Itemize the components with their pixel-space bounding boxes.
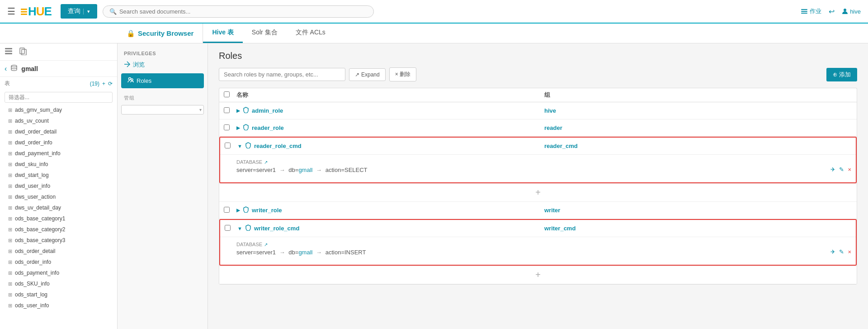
role-name-col: ▶ reader_role <box>236 124 544 132</box>
send-action-icon[interactable]: ✈ <box>830 166 835 173</box>
table-name: dws_uv_detail_day <box>15 205 61 211</box>
role-name[interactable]: admin_role <box>252 107 283 114</box>
table-icon: ⊞ <box>8 151 12 157</box>
table-name: ods_payment_info <box>15 270 59 276</box>
list-item[interactable]: ⊞ods_SKU_info <box>0 278 117 289</box>
rule-db-link[interactable]: gmall <box>298 249 312 256</box>
list-item[interactable]: ⊞dwd_payment_info <box>0 148 117 159</box>
search-input[interactable] <box>119 8 367 15</box>
row-check <box>224 107 236 114</box>
db-name[interactable]: gmall <box>21 65 38 72</box>
browse-item[interactable]: 浏览 <box>118 58 208 72</box>
roles-search-input[interactable] <box>219 68 345 81</box>
delete-action-icon[interactable]: × <box>848 166 851 173</box>
user-menu[interactable]: hive <box>842 8 861 15</box>
sidebar-stack-icon[interactable] <box>5 47 13 57</box>
db-label-text: DATABASE <box>236 242 262 247</box>
send-action-icon[interactable]: ✈ <box>830 248 835 255</box>
add-privilege-button-2[interactable]: + <box>535 270 541 280</box>
filter-input[interactable] <box>5 92 113 103</box>
tab-hive[interactable]: Hive 表 <box>203 24 242 43</box>
chevron-left-icon[interactable]: ‹ <box>5 65 7 73</box>
sidebar-pages-icon[interactable] <box>19 47 27 57</box>
history-icon[interactable]: ↩ <box>829 7 835 16</box>
rule-db-link[interactable]: gmall <box>298 167 312 173</box>
group-link[interactable]: reader_cmd <box>544 143 578 149</box>
sidebar-top-icons <box>0 43 117 61</box>
list-item[interactable]: ⊞ads_gmv_sum_day <box>0 105 117 115</box>
group-link[interactable]: writer_cmd <box>544 225 576 232</box>
table-icon: ⊞ <box>8 248 12 254</box>
external-link-icon[interactable]: ↗ <box>264 242 268 247</box>
list-item[interactable]: ⊞ods_payment_info <box>0 267 117 278</box>
group-dropdown[interactable]: ▾ <box>121 105 204 114</box>
list-item[interactable]: ⊞dwd_sku_info <box>0 159 117 170</box>
table-name: ods_user_info <box>15 302 49 309</box>
list-item[interactable]: ⊞ods_order_detail <box>0 246 117 257</box>
row-checkbox[interactable] <box>225 143 231 148</box>
group-link[interactable]: reader <box>544 124 562 131</box>
row-checkbox[interactable] <box>225 225 231 231</box>
logo[interactable]: HUE <box>21 4 52 19</box>
role-name[interactable]: reader_role <box>252 124 284 131</box>
role-name[interactable]: reader_role_cmd <box>254 143 302 149</box>
list-item[interactable]: ⊞ods_order_info <box>0 257 117 267</box>
tab-acl[interactable]: 文件 ACLs <box>287 24 335 43</box>
delete-action-icon[interactable]: × <box>848 248 851 255</box>
sidebar-left: ‹ gmall 表 (19) + ⟳ ⊞ads_gmv_sum_day ⊞ads… <box>0 43 118 329</box>
group-link[interactable]: writer <box>544 207 560 214</box>
list-item[interactable]: ⊞ods_start_log <box>0 289 117 300</box>
edit-action-icon[interactable]: ✎ <box>839 248 844 255</box>
rule-server: server=server1 <box>236 167 276 173</box>
svg-rect-10 <box>20 48 24 54</box>
list-item[interactable]: ⊞ads_uv_count <box>0 115 117 126</box>
expanded-role-body: DATABASE ↗ server=server1 → db=gmall → a… <box>220 237 856 261</box>
chevron-down-icon[interactable]: ▼ <box>237 143 242 149</box>
play-icon[interactable]: ▶ <box>236 208 240 213</box>
refresh-icon[interactable]: ⟳ <box>108 81 113 87</box>
list-item[interactable]: ⊞dws_user_action <box>0 191 117 202</box>
group-link[interactable]: hive <box>544 107 556 114</box>
tab-acl-label: 文件 ACLs <box>296 29 326 37</box>
hamburger-icon[interactable]: ☰ <box>7 6 15 17</box>
roles-item[interactable]: Roles <box>121 73 204 88</box>
edit-action-icon[interactable]: ✎ <box>839 166 844 173</box>
add-table-icon[interactable]: + <box>102 81 105 87</box>
list-item[interactable]: ⊞dwd_start_log <box>0 170 117 181</box>
table-actions: (19) + ⟳ <box>90 81 113 87</box>
tab-hive-label: Hive 表 <box>212 29 233 37</box>
table-name: ads_uv_count <box>15 118 49 124</box>
db-selector[interactable]: ‹ gmall <box>0 61 117 77</box>
role-name[interactable]: writer_role <box>252 207 282 214</box>
query-button[interactable]: 查询 ▾ <box>61 4 97 19</box>
play-icon[interactable]: ▶ <box>236 108 240 113</box>
role-name[interactable]: writer_role_cmd <box>254 225 299 232</box>
add-role-button[interactable]: ⊕ 添加 <box>826 68 857 81</box>
row-checkbox[interactable] <box>224 124 230 130</box>
row-checkbox[interactable] <box>224 107 230 113</box>
security-browser-title[interactable]: 🔒 Security Browser <box>118 24 203 43</box>
roles-title: Roles <box>219 51 857 61</box>
list-item[interactable]: ⊞dwd_user_info <box>0 181 117 191</box>
row-checkbox[interactable] <box>224 207 230 213</box>
expanded-role-body: DATABASE ↗ server=server1 → db=gmall → a… <box>220 155 856 179</box>
external-link-icon[interactable]: ↗ <box>264 160 268 165</box>
play-icon[interactable]: ▶ <box>236 125 240 130</box>
list-item[interactable]: ⊞dwd_order_detail <box>0 126 117 137</box>
list-item[interactable]: ⊞ods_base_category1 <box>0 213 117 224</box>
job-icon[interactable]: 作业 <box>801 7 821 15</box>
shield-icon <box>245 142 251 150</box>
main-layout: ‹ gmall 表 (19) + ⟳ ⊞ads_gmv_sum_day ⊞ads… <box>0 43 868 329</box>
add-privilege-button-1[interactable]: + <box>535 187 541 198</box>
chevron-down-icon[interactable]: ▼ <box>237 226 242 231</box>
list-item[interactable]: ⊞dws_uv_detail_day <box>0 202 117 213</box>
expand-button[interactable]: ↗ Expand <box>349 68 386 81</box>
list-item[interactable]: ⊞ods_user_info <box>0 300 117 311</box>
list-item[interactable]: ⊞dwd_order_info <box>0 137 117 148</box>
delete-button[interactable]: × 删除 <box>389 67 416 81</box>
list-item[interactable]: ⊞ods_base_category2 <box>0 224 117 235</box>
select-all-checkbox[interactable] <box>224 91 230 97</box>
list-item[interactable]: ⊞ods_base_category3 <box>0 235 117 246</box>
col-group-header: 组 <box>544 91 852 99</box>
tab-solr[interactable]: Solr 集合 <box>243 24 287 43</box>
